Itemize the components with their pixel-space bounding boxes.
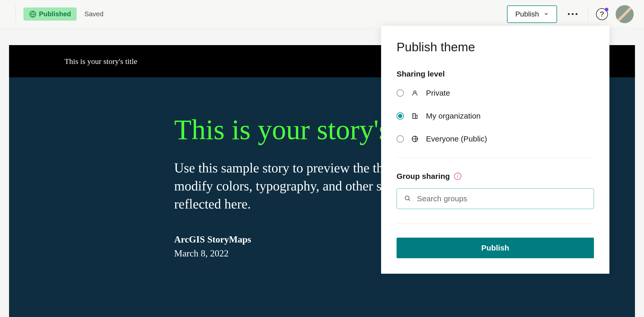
publish-dropdown-label: Publish	[515, 10, 539, 18]
publish-dropdown-button[interactable]: Publish	[507, 5, 557, 23]
group-sharing-header: Group sharing i	[397, 172, 594, 181]
sharing-level-label: Sharing level	[397, 70, 594, 78]
svg-rect-3	[415, 115, 417, 119]
svg-point-8	[405, 196, 409, 200]
sharing-option-organization[interactable]: My organization	[397, 112, 594, 120]
sharing-option-public[interactable]: Everyone (Public)	[397, 135, 594, 143]
radio-icon	[397, 89, 404, 97]
header-right: Publish ?	[507, 5, 634, 23]
info-icon[interactable]: i	[454, 173, 461, 180]
radio-label: My organization	[426, 112, 481, 120]
radio-label: Everyone (Public)	[426, 135, 487, 143]
group-search-input[interactable]	[417, 194, 586, 203]
radio-label: Private	[426, 89, 450, 97]
sharing-option-private[interactable]: Private	[397, 89, 594, 97]
publish-panel: Publish theme Sharing level Private My o…	[381, 26, 609, 274]
published-badge: Published	[23, 7, 77, 21]
search-icon	[404, 195, 411, 203]
top-header: Published Saved Publish ?	[0, 0, 644, 28]
building-icon	[411, 113, 419, 119]
publish-button[interactable]: Publish	[397, 238, 594, 258]
divider	[397, 157, 594, 158]
panel-title: Publish theme	[397, 40, 594, 54]
question-icon: ?	[600, 10, 604, 18]
published-badge-label: Published	[39, 10, 71, 18]
chevron-down-icon	[544, 10, 549, 18]
divider	[397, 223, 594, 223]
help-button[interactable]: ?	[596, 8, 608, 20]
radio-icon	[397, 112, 404, 120]
radio-icon	[397, 135, 404, 143]
person-icon	[411, 90, 419, 96]
globe-icon	[411, 136, 419, 142]
svg-point-1	[414, 91, 416, 93]
group-sharing-label: Group sharing	[397, 172, 450, 181]
group-search-field[interactable]	[397, 188, 594, 209]
sharing-level-radio-group: Private My organization Everyone (Public…	[397, 89, 594, 143]
dots-horizontal-icon	[568, 13, 577, 15]
story-subtitle-line: reflected here.	[174, 197, 251, 211]
globe-check-icon	[29, 11, 36, 18]
svg-line-9	[409, 199, 410, 201]
user-avatar[interactable]	[616, 5, 634, 23]
divider	[588, 6, 588, 22]
more-options-button[interactable]	[565, 6, 580, 22]
story-header-title: This is your story's title	[65, 57, 137, 66]
saved-status: Saved	[84, 10, 103, 18]
header-left: Published Saved	[15, 5, 103, 23]
